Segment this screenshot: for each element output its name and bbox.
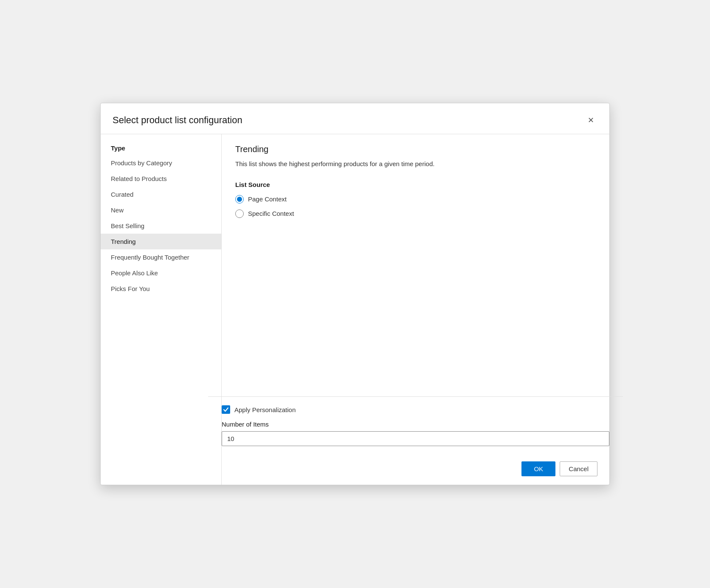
trending-description: This list shows the highest performing p… (235, 159, 596, 169)
dialog-header: Select product list configuration ✕ (101, 103, 609, 134)
checkmark-icon (223, 407, 229, 413)
close-icon: ✕ (588, 116, 594, 125)
cancel-button[interactable]: Cancel (560, 461, 597, 476)
sidebar-item-people-also-like[interactable]: People Also Like (101, 265, 221, 281)
dialog-body: Type Products by Category Related to Pro… (101, 134, 609, 485)
dialog-footer: OK Cancel (222, 453, 609, 485)
apply-personalization-row: Apply Personalization (222, 405, 609, 414)
list-source-label: List Source (235, 181, 596, 188)
sidebar: Type Products by Category Related to Pro… (101, 134, 222, 485)
main-content: Trending This list shows the highest per… (222, 134, 609, 396)
sidebar-item-new[interactable]: New (101, 202, 221, 218)
sidebar-item-best-selling[interactable]: Best Selling (101, 218, 221, 234)
sidebar-item-picks-for-you[interactable]: Picks For You (101, 281, 221, 297)
apply-personalization-checkbox[interactable] (222, 405, 230, 414)
sidebar-item-products-by-category[interactable]: Products by Category (101, 155, 221, 171)
footer-section: Apply Personalization Number of Items (208, 396, 623, 446)
page-context-label: Page Context (248, 195, 287, 203)
number-of-items-label: Number of Items (222, 421, 609, 428)
specific-context-label: Specific Context (248, 210, 294, 217)
number-of-items-input[interactable] (222, 431, 609, 446)
dialog: Select product list configuration ✕ Type… (100, 103, 610, 485)
specific-context-radio[interactable] (235, 209, 244, 218)
dialog-title: Select product list configuration (113, 115, 242, 126)
sidebar-section-title: Type (101, 138, 221, 155)
close-button[interactable]: ✕ (584, 113, 597, 127)
page-context-radio[interactable] (235, 195, 244, 204)
apply-personalization-label: Apply Personalization (234, 406, 296, 413)
sidebar-item-curated[interactable]: Curated (101, 187, 221, 202)
specific-context-option[interactable]: Specific Context (235, 209, 596, 218)
page-context-option[interactable]: Page Context (235, 195, 596, 204)
content-area: Trending This list shows the highest per… (235, 144, 596, 396)
sidebar-item-trending[interactable]: Trending (101, 234, 221, 249)
ok-button[interactable]: OK (521, 461, 555, 476)
sidebar-item-related-to-products[interactable]: Related to Products (101, 171, 221, 187)
trending-title: Trending (235, 144, 596, 154)
sidebar-item-frequently-bought-together[interactable]: Frequently Bought Together (101, 249, 221, 265)
